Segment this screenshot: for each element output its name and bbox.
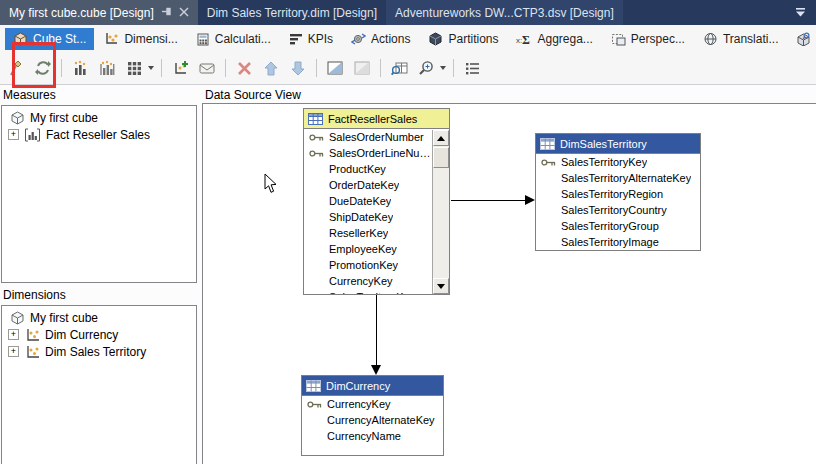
tab-translations[interactable]: Translati... xyxy=(695,28,787,50)
doc-tab-label: Dim Sales Territory.dim [Design] xyxy=(207,6,377,20)
key-icon xyxy=(309,149,324,158)
define-hierarchy-icon[interactable] xyxy=(196,57,218,79)
table-field[interactable]: EmployeeKey xyxy=(304,241,449,257)
table-field[interactable]: ShipDateKey xyxy=(304,209,449,225)
table-field[interactable]: CurrencyName xyxy=(302,428,443,444)
views-icon[interactable] xyxy=(123,57,145,79)
table-field[interactable]: CurrencyAlternateKey xyxy=(302,412,443,428)
table-field[interactable]: SalesOrderNumber xyxy=(304,129,449,145)
outline-icon[interactable] xyxy=(461,57,483,79)
move-down-icon[interactable] xyxy=(287,57,309,79)
scrollbar-thumb[interactable] xyxy=(433,147,449,168)
dimension-icon xyxy=(24,328,40,342)
table-header[interactable]: DimSalesTerritory xyxy=(536,134,700,154)
zoom-icon[interactable] xyxy=(415,57,437,79)
doc-tab-dim-sales-territory[interactable]: Dim Sales Territory.dim [Design] xyxy=(198,0,386,25)
doc-tab-label: Adventureworks DW...CTP3.dsv [Design] xyxy=(395,6,614,20)
table-icon xyxy=(308,113,323,125)
tab-kpis[interactable]: KPIs xyxy=(281,28,341,50)
table-fact-reseller-sales[interactable]: FactResellerSales SalesOrderNumber Sales… xyxy=(303,108,450,295)
toolbar-separator xyxy=(316,59,317,77)
dimensions-node-dim-sales-territory[interactable]: + Dim Sales Territory xyxy=(2,343,196,360)
views-dropdown-icon[interactable] xyxy=(148,66,154,70)
dimensions-panel-title: Dimensions xyxy=(3,288,66,302)
designer-tab-strip: Cube St... Dimensi... Calculati... KPIs xyxy=(0,25,816,52)
new-measure-group-icon[interactable] xyxy=(96,57,118,79)
doc-tab-adventureworks-dsv[interactable]: Adventureworks DW...CTP3.dsv [Design] xyxy=(386,0,623,25)
table-field[interactable]: SalesTerritoryImage xyxy=(536,234,700,250)
application-window: My first cube.cube [Design] Dim Sales Te… xyxy=(0,0,816,464)
key-icon xyxy=(307,400,322,409)
tab-cube-structure[interactable]: Cube St... xyxy=(5,28,94,50)
aggregations-icon: x: Σ xyxy=(516,32,532,46)
table-field[interactable]: CurrencyKey xyxy=(304,273,449,289)
table-scrollbar[interactable] xyxy=(432,130,449,294)
measures-node-fact-reseller-sales[interactable]: + Fact Reseller Sales xyxy=(2,126,196,143)
table-field[interactable]: SalesTerritoryGroup xyxy=(536,218,700,234)
table-header[interactable]: DimCurrency xyxy=(302,376,443,396)
table-field[interactable]: ProductKey xyxy=(304,161,449,177)
tab-label: Translati... xyxy=(723,32,779,46)
tab-calculations[interactable]: Calculati... xyxy=(188,28,279,50)
doc-tab-label: My first cube.cube [Design] xyxy=(9,6,154,20)
table-field[interactable]: ResellerKey xyxy=(304,225,449,241)
table-field[interactable]: SalesTerritoryKey xyxy=(536,154,700,170)
zoom-dropdown-icon[interactable] xyxy=(440,66,446,70)
data-source-view-diagram[interactable] xyxy=(202,103,816,464)
browse-data-icon[interactable] xyxy=(388,57,410,79)
delete-icon[interactable] xyxy=(233,57,255,79)
partitions-icon xyxy=(428,32,443,46)
tab-aggregations[interactable]: x: Σ Aggrega... xyxy=(508,28,600,50)
measures-root-node[interactable]: My first cube xyxy=(2,109,196,126)
tab-actions[interactable]: Actions xyxy=(343,28,418,50)
tab-label: Cube St... xyxy=(33,32,86,46)
measure-group-icon xyxy=(24,128,41,142)
table-field[interactable]: SalesTerritoryCountry xyxy=(536,202,700,218)
table-field[interactable]: SalesTerritoryKey xyxy=(304,289,449,294)
close-icon[interactable] xyxy=(179,6,189,20)
table-header[interactable]: FactResellerSales xyxy=(304,109,449,129)
table-dim-currency[interactable]: DimCurrency CurrencyKey CurrencyAlternat… xyxy=(301,375,444,456)
tab-label: Actions xyxy=(371,32,410,46)
scroll-down-icon[interactable] xyxy=(433,278,449,294)
tab-browser[interactable]: Browser xyxy=(788,28,816,50)
table-field[interactable]: CurrencyKey xyxy=(302,396,443,412)
tab-perspectives[interactable]: Perspec... xyxy=(603,28,693,50)
pin-icon[interactable] xyxy=(161,6,172,20)
table-field[interactable]: SalesTerritoryAlternateKey xyxy=(536,170,700,186)
table-field[interactable]: DueDateKey xyxy=(304,193,449,209)
show-grid-pane-icon[interactable] xyxy=(351,57,373,79)
process-icon[interactable] xyxy=(32,57,54,79)
table-field[interactable]: OrderDateKey xyxy=(304,177,449,193)
scroll-up-icon[interactable] xyxy=(433,130,449,146)
dimensions-root-node[interactable]: My first cube xyxy=(2,309,196,326)
tab-bar-spacer xyxy=(623,0,785,25)
new-measure-icon[interactable] xyxy=(69,57,91,79)
table-field-list: SalesOrderNumber SalesOrderLineNum... Pr… xyxy=(304,129,449,294)
add-cube-dimension-icon[interactable] xyxy=(169,57,191,79)
tab-dimension-usage[interactable]: Dimensi... xyxy=(96,28,185,50)
table-dim-sales-territory[interactable]: DimSalesTerritory SalesTerritoryKey Sale… xyxy=(535,133,701,251)
expand-icon[interactable]: + xyxy=(8,129,19,140)
doc-tab-my-first-cube[interactable]: My first cube.cube [Design] xyxy=(0,0,198,25)
cube-designer-toolbar xyxy=(0,52,816,85)
data-source-view-title: Data Source View xyxy=(205,88,301,102)
expand-icon[interactable]: + xyxy=(8,346,19,357)
tab-partitions[interactable]: Partitions xyxy=(420,28,506,50)
table-field[interactable]: SalesTerritoryRegion xyxy=(536,186,700,202)
table-field[interactable]: SalesOrderLineNum... xyxy=(304,145,449,161)
expand-icon[interactable]: + xyxy=(8,329,19,340)
show-diagram-pane-icon[interactable] xyxy=(324,57,346,79)
node-label: Fact Reseller Sales xyxy=(46,128,150,142)
relationship-line-fact-to-currency[interactable] xyxy=(376,295,377,365)
perspectives-icon xyxy=(611,32,626,46)
node-label: My first cube xyxy=(30,311,98,325)
relationship-line-fact-to-territory[interactable] xyxy=(451,200,527,201)
add-business-intelligence-icon[interactable] xyxy=(5,57,27,79)
dimensions-tree: My first cube + Dim Currency + Dim Sales… xyxy=(1,305,197,464)
tab-list-dropdown-icon[interactable] xyxy=(785,0,816,25)
dimensions-node-dim-currency[interactable]: + Dim Currency xyxy=(2,326,196,343)
move-up-icon[interactable] xyxy=(260,57,282,79)
dimension-usage-icon xyxy=(104,32,119,46)
table-field[interactable]: PromotionKey xyxy=(304,257,449,273)
